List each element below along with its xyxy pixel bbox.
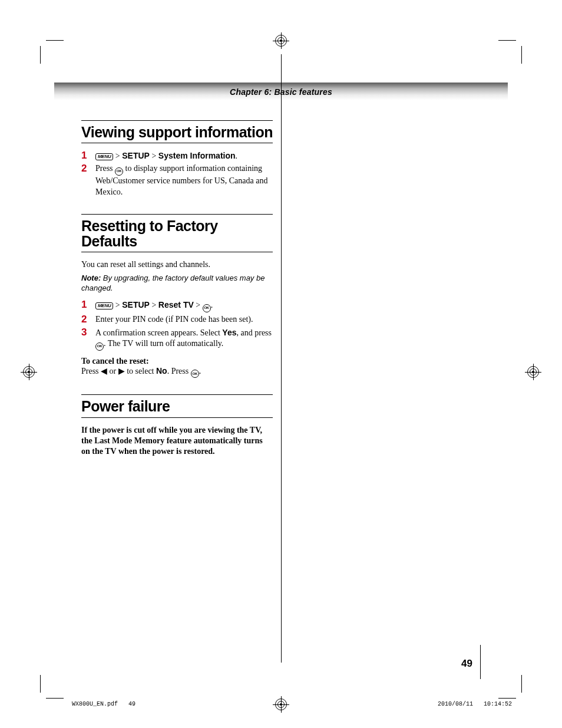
cancel-text: Press ◀ or ▶ to select No. Press OK. [81, 366, 273, 378]
registration-mark-left [22, 365, 35, 378]
note-body: By upgrading, the factory default values… [81, 274, 265, 292]
txt-pre: A confirmation screen appears. Select [95, 328, 222, 337]
footer-right: 2010/08/11 10:14:52 [438, 701, 512, 707]
txt-pre: Press [95, 164, 115, 173]
page-number-rule [480, 645, 481, 679]
step-1: 1 MENU > SETUP > Reset TV > OK. [81, 299, 273, 312]
sep: > [151, 301, 158, 309]
left-column: Viewing support information 1 MENU > SET… [54, 120, 281, 663]
footer-time: 10:14:52 [484, 701, 512, 707]
dot: . [211, 301, 213, 309]
registration-mark-right [527, 365, 540, 378]
body-text: If the power is cut off while you are vi… [81, 425, 273, 457]
txt-or: or [107, 367, 118, 375]
txt-post: . The TV will turn off automatically. [104, 339, 223, 348]
txt-post2: . [199, 367, 201, 375]
step-text: A confirmation screen appears. Select Ye… [95, 327, 273, 351]
note-label: Note: [81, 274, 101, 282]
section-power-failure: Power failure If the power is cut off wh… [81, 394, 273, 456]
step-number: 1 [81, 299, 95, 311]
right-arrow-icon: ▶ [118, 366, 125, 375]
page-frame: Chapter 6: Basic features Viewing suppor… [54, 54, 508, 679]
yes-label: Yes [222, 328, 236, 337]
txt-pre: Press [81, 367, 101, 375]
print-footer: WX800U_EN.pdf 49 2010/08/11 10:14:52 [72, 701, 512, 707]
page-number: 49 [461, 658, 472, 670]
step-text: MENU > SETUP > Reset TV > OK. [95, 299, 273, 312]
step-text: MENU > SETUP > System Information. [95, 150, 273, 162]
txt-mid: , and press [237, 328, 272, 337]
txt-post1: . Press [167, 367, 191, 375]
sep: > [115, 151, 122, 160]
section-title: Power failure [81, 394, 273, 417]
step-number: 2 [81, 163, 95, 174]
dot: . [236, 151, 238, 160]
step-text: Enter your PIN code (if PIN code has bee… [95, 314, 273, 325]
registration-mark-top [275, 34, 287, 47]
step-2: 2 Enter your PIN code (if PIN code has b… [81, 314, 273, 325]
sep: > [151, 151, 158, 160]
menu-key-icon: MENU [95, 153, 113, 160]
step-1: 1 MENU > SETUP > System Information. [81, 150, 273, 162]
step-number: 3 [81, 327, 95, 338]
txt-mid: to select [125, 367, 156, 375]
footer-file: WX800U_EN.pdf [72, 701, 118, 707]
cancel-heading: To cancel the reset: [81, 357, 273, 366]
menu-key-icon: MENU [95, 302, 113, 309]
step-2: 2 Press OK to display support informatio… [81, 163, 273, 197]
footer-left: WX800U_EN.pdf 49 [72, 701, 135, 707]
steps-list: 1 MENU > SETUP > Reset TV > OK. 2 [81, 299, 273, 351]
no-label: No [156, 366, 167, 375]
ok-key-icon: OK [203, 304, 211, 312]
setup-label: SETUP [122, 300, 150, 309]
section-title: Resetting to Factory Defaults [81, 214, 273, 253]
reset-label: Reset TV [158, 300, 194, 309]
ok-key-icon: OK [191, 370, 199, 378]
step-number: 2 [81, 314, 95, 325]
right-column [281, 120, 508, 663]
sep: > [196, 301, 202, 309]
section-viewing-support: Viewing support information 1 MENU > SET… [81, 120, 273, 197]
footer-page: 49 [128, 701, 135, 707]
footer-date: 2010/08/11 [438, 701, 473, 707]
steps-list: 1 MENU > SETUP > System Information. 2 [81, 150, 273, 197]
ok-key-icon: OK [115, 167, 123, 176]
sep: > [115, 301, 122, 309]
section-factory-reset: Resetting to Factory Defaults You can re… [81, 214, 273, 378]
step-3: 3 A confirmation screen appears. Select … [81, 327, 273, 351]
ok-key-icon: OK [95, 342, 104, 351]
sysinfo-label: System Information [158, 151, 236, 160]
content-columns: Viewing support information 1 MENU > SET… [54, 120, 508, 663]
section-title: Viewing support information [81, 120, 273, 143]
intro-text: You can reset all settings and channels. [81, 259, 273, 270]
setup-label: SETUP [122, 151, 150, 160]
step-number: 1 [81, 150, 95, 162]
note-text: Note: By upgrading, the factory default … [81, 274, 273, 294]
step-text: Press OK to display support information … [95, 163, 273, 197]
left-arrow-icon: ◀ [101, 366, 107, 375]
